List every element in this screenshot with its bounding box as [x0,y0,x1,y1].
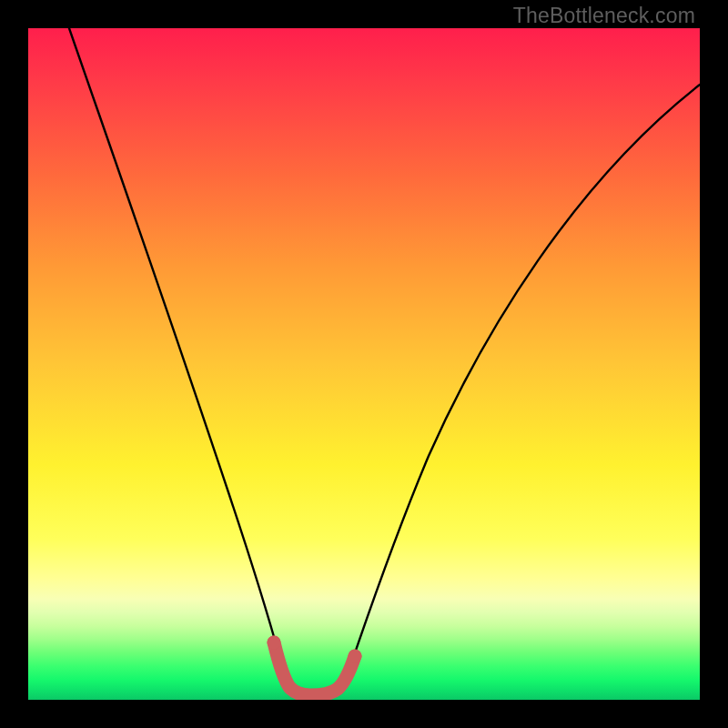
watermark-text: TheBottleneck.com [513,4,695,28]
chart-frame: TheBottleneck.com [0,0,728,728]
curve-layer [28,28,700,700]
bottleneck-curve-line [69,28,700,693]
optimal-zone-end-dot [349,650,362,663]
optimal-zone-highlight [274,642,355,695]
optimal-zone-start-dot [268,636,281,650]
plot-area [28,28,700,700]
